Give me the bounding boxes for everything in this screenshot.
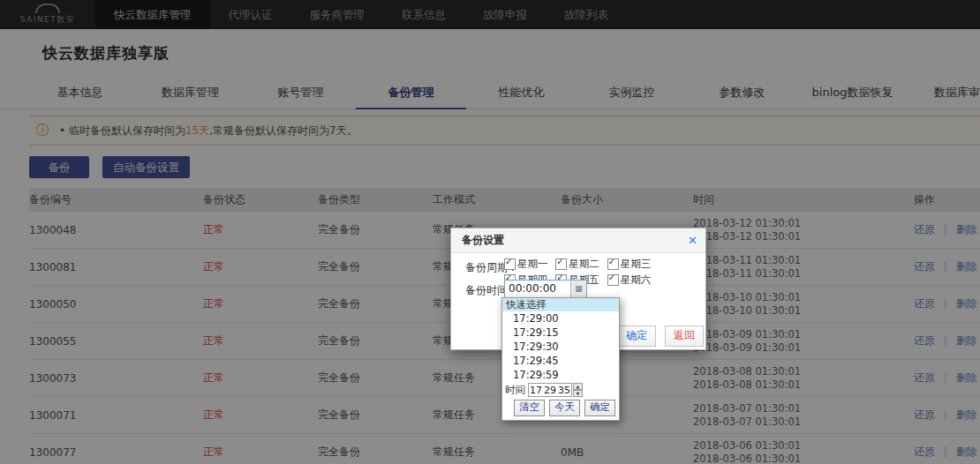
checkbox-checked-icon	[504, 258, 516, 270]
weekday-label: 星期六	[621, 273, 652, 287]
quick-select-header: 快速选择	[502, 298, 619, 311]
time-spinner-box: 17 29 35	[528, 383, 572, 397]
dialog-back-button[interactable]: 返回	[665, 326, 704, 347]
dialog-title: 备份设置	[451, 228, 705, 253]
spinner-down-icon[interactable]: ▼	[573, 390, 583, 397]
dialog-confirm-button[interactable]: 确定	[617, 326, 656, 347]
close-icon[interactable]: ✕	[688, 228, 697, 252]
time-option[interactable]: 17:29:30	[502, 340, 619, 354]
time-option[interactable]: 17:29:15	[502, 326, 619, 340]
hour-value[interactable]: 17	[529, 385, 543, 396]
checkbox-checked-icon	[607, 274, 619, 286]
timepicker-button[interactable]: 确定	[584, 400, 615, 416]
minute-value[interactable]: 29	[543, 385, 557, 396]
weekday-checkbox[interactable]: 星期六	[607, 273, 652, 287]
weekday-label: 星期一	[517, 258, 548, 271]
weekday-label: 星期二	[569, 258, 599, 271]
time-picker-dropdown: 快速选择 17:29:00 17:29:15 17:29:30 17:29:45…	[501, 297, 620, 421]
time-option[interactable]: 17:29:59	[502, 368, 619, 382]
spinner-up-icon[interactable]: ▲	[573, 383, 583, 390]
time-picker-buttons: 清空 今天 确定	[502, 398, 619, 420]
time-spinner-row: 时间 17 29 35 ▲ ▼	[502, 382, 619, 398]
backup-time-field: ▦	[504, 280, 587, 299]
weekday-checkbox[interactable]: 星期三	[607, 258, 652, 271]
time-spinner: ▲ ▼	[573, 383, 583, 397]
weekday-checkbox[interactable]: 星期一	[504, 258, 548, 271]
time-spinner-label: 时间	[505, 384, 525, 397]
timepicker-button[interactable]: 清空	[514, 400, 545, 416]
second-value[interactable]: 35	[557, 385, 571, 396]
weekday-label: 星期三	[621, 258, 652, 271]
weekday-checkbox[interactable]: 星期二	[555, 258, 599, 271]
timepicker-button[interactable]: 今天	[549, 400, 580, 416]
time-option[interactable]: 17:29:00	[502, 311, 619, 326]
checkbox-checked-icon	[607, 258, 619, 270]
time-picker-icon[interactable]: ▦	[570, 281, 586, 298]
checkbox-checked-icon	[555, 258, 567, 270]
backup-time-input[interactable]	[505, 281, 569, 296]
time-option[interactable]: 17:29:45	[502, 354, 619, 368]
time-options: 17:29:00 17:29:15 17:29:30 17:29:45 17:2…	[502, 311, 619, 382]
